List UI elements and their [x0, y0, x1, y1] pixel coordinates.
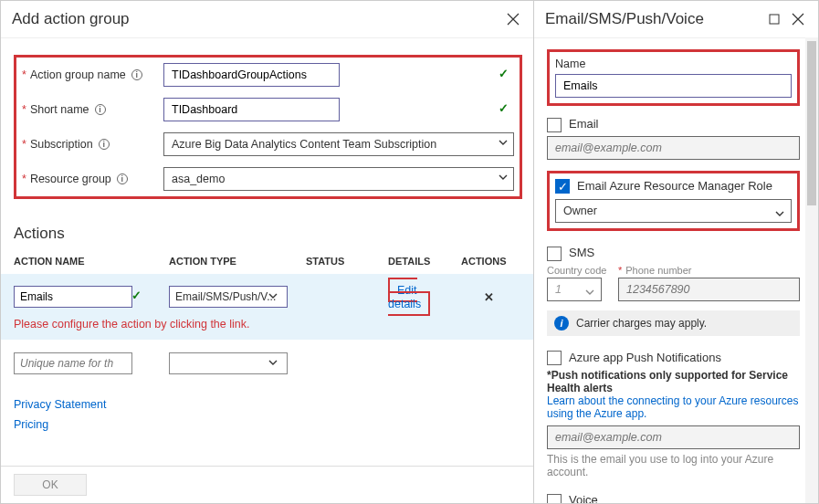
sms-checkbox[interactable] [547, 247, 562, 261]
carrier-text: Carrier charges may apply. [576, 317, 707, 330]
configure-warning: Please configure the action by clicking … [14, 318, 520, 331]
col-details: DETAILS [388, 256, 461, 267]
push-email-input[interactable] [547, 425, 800, 449]
scrollbar[interactable] [805, 37, 818, 503]
privacy-link[interactable]: Privacy Statement [14, 398, 520, 411]
col-actions: ACTIONS [461, 256, 516, 267]
col-status: STATUS [306, 256, 388, 267]
phone-input[interactable] [618, 278, 800, 301]
country-code-select[interactable]: 1 [547, 278, 602, 301]
close-icon[interactable] [789, 10, 807, 28]
check-icon: ✓ [499, 101, 509, 115]
right-title: Email/SMS/Push/Voice [545, 10, 760, 28]
ok-button[interactable]: OK [14, 474, 87, 496]
push-helper: This is the email you use to log into yo… [547, 453, 800, 478]
info-icon[interactable]: i [117, 173, 128, 184]
resource-group-label: Resource group [30, 173, 111, 185]
voice-label: Voice [569, 493, 598, 503]
resource-group-select[interactable]: asa_demo [163, 167, 514, 191]
push-learn-link[interactable]: Learn about the connecting to your Azure… [547, 394, 800, 420]
country-code-value: 1 [555, 283, 562, 296]
arm-label: Email Azure Resource Manager Role [577, 179, 772, 193]
voice-checkbox[interactable] [547, 494, 562, 503]
right-header: Email/SMS/Push/Voice [534, 1, 818, 38]
info-icon[interactable]: i [95, 104, 106, 115]
action-group-name-label: Action group name [30, 68, 126, 81]
actions-heading: Actions [1, 219, 533, 247]
form-highlight: *Action group namei ✓ *Short namei ✓ *Su… [14, 55, 522, 199]
subscription-label: Subscription [30, 138, 93, 151]
left-title: Add action group [12, 10, 499, 28]
country-code-label: Country code [547, 265, 611, 276]
chevron-down-icon [268, 357, 278, 371]
close-icon[interactable] [504, 10, 522, 28]
sms-label: SMS [569, 246, 594, 259]
col-action-type: ACTION TYPE [169, 256, 306, 267]
actions-table-header: ACTION NAME ACTION TYPE STATUS DETAILS A… [1, 252, 533, 270]
email-label: Email [569, 117, 599, 131]
name-input[interactable] [555, 74, 792, 98]
push-checkbox[interactable] [547, 351, 562, 365]
info-icon[interactable]: i [131, 69, 142, 80]
info-icon[interactable]: i [99, 139, 110, 150]
short-name-label: Short name [30, 103, 89, 116]
delete-action-icon[interactable]: ✕ [484, 290, 494, 304]
subscription-select[interactable]: Azure Big Data Analytics Content Team Su… [163, 132, 514, 156]
email-checkbox[interactable] [547, 118, 562, 132]
check-icon: ✓ [131, 289, 142, 302]
check-icon: ✓ [499, 67, 509, 80]
push-note: *Push notifications only supported for S… [547, 369, 800, 394]
arm-role-value: Owner [563, 205, 597, 217]
new-action-name-input[interactable] [14, 352, 132, 374]
phone-label: Phone number [625, 265, 691, 276]
push-label: Azure app Push Notifications [569, 351, 721, 364]
col-action-name: ACTION NAME [14, 256, 169, 267]
name-label: Name [555, 58, 792, 70]
pricing-link[interactable]: Pricing [14, 418, 520, 431]
carrier-banner: i Carrier charges may apply. [547, 310, 800, 336]
chevron-down-icon [774, 205, 785, 226]
email-input[interactable] [547, 136, 800, 160]
arm-highlight: ✓Email Azure Resource Manager Role Owner [547, 171, 800, 232]
left-header: Add action group [1, 1, 533, 38]
action-name-input[interactable] [14, 286, 132, 308]
svg-rect-0 [770, 15, 779, 24]
chevron-down-icon [268, 290, 278, 304]
arm-checkbox[interactable]: ✓ [555, 179, 570, 194]
info-icon: i [554, 316, 569, 331]
restore-icon[interactable] [765, 10, 783, 28]
email-sms-panel: Email/SMS/Push/Voice Name Email ✓Email A… [534, 0, 819, 504]
action-row-configured: ✓ Email/SMS/Push/V... Edit details ✕ Ple… [1, 274, 533, 340]
action-group-name-input[interactable] [163, 63, 340, 87]
chevron-down-icon [584, 283, 595, 305]
add-action-group-panel: Add action group *Action group namei ✓ *… [0, 0, 534, 504]
edit-details-link[interactable]: Edit details [388, 284, 421, 310]
name-highlight: Name [547, 49, 800, 106]
scrollbar-thumb[interactable] [807, 41, 816, 205]
short-name-input[interactable] [163, 98, 340, 121]
arm-role-select[interactable]: Owner [555, 199, 792, 223]
